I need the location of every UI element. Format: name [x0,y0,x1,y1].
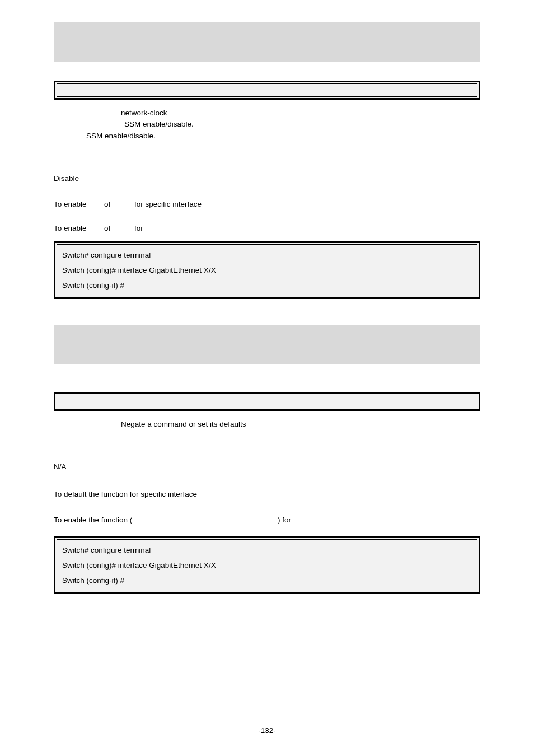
section-banner [54,325,480,364]
desc-line-2: SSM enable/disable. [78,119,480,130]
code-line: Switch (config)# interface GigabitEthern… [62,263,472,278]
heading-box [54,392,480,411]
example-b: of [104,224,134,232]
usage-b: of [104,200,134,208]
default-value-2: N/A [54,461,480,473]
heading-box [54,81,480,100]
example-row: To enable of for [54,224,480,232]
code-block-2: Switch# configure terminal Switch (confi… [54,536,480,594]
example-post: ) for [278,516,291,524]
desc-line-1: network-clock [78,108,480,119]
description-text: network-clock SSM enable/disable. SSM en… [78,108,480,142]
usage-line-2: To default the function for specific int… [54,489,480,500]
default-value: Disable [54,173,480,184]
example-pre: To enable the function ( [54,516,278,524]
code-line: Switch (config-if) # [62,278,472,293]
example-c: for [134,224,143,232]
example-a: To enable [54,224,104,232]
code-line: Switch (config)# interface GigabitEthern… [62,558,472,573]
usage-a: To enable [54,200,104,208]
code-block: Switch# configure terminal Switch (confi… [54,241,480,299]
code-line: Switch# configure terminal [62,543,472,558]
description-text-2: Negate a command or set its defaults [78,419,480,430]
example-line-2: To enable the function ( ) for [54,516,480,524]
code-line: Switch (config-if) # [62,573,472,588]
code-line: Switch# configure terminal [62,248,472,263]
page-number: -132- [0,726,534,735]
usage-row: To enable of for specific interface [54,200,480,208]
usage-c: for specific interface [134,200,202,208]
desc-line-3: SSM enable/disable. [78,130,480,142]
section-banner [54,22,480,62]
